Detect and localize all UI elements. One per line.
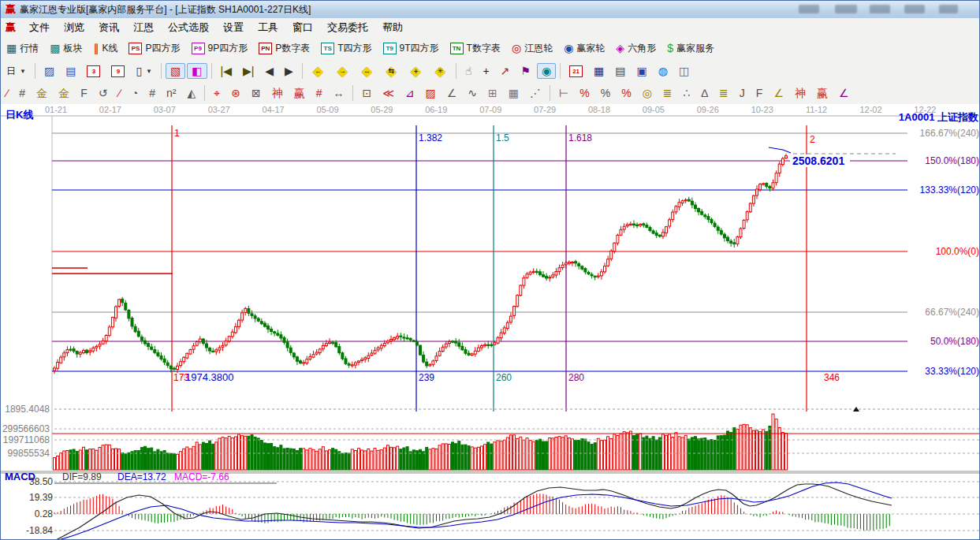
target-tool[interactable]: ⌖ xyxy=(209,85,225,101)
analysis-button[interactable]: ◉ xyxy=(537,63,556,79)
delta-wave-tool[interactable]: ∆ xyxy=(697,85,714,101)
measure-button[interactable]: ↗ xyxy=(496,63,515,79)
candle-style-dropdown[interactable]: ▯▼ xyxy=(131,63,157,79)
first-bar-button[interactable]: |◀ xyxy=(216,63,237,79)
notepad-button[interactable]: ▤ xyxy=(610,63,630,79)
menu-item-文件[interactable]: 文件 xyxy=(22,19,57,36)
gold-angle-tool[interactable]: ∠ xyxy=(769,85,788,101)
wave-tool[interactable]: ∿ xyxy=(463,85,482,101)
number-grid-tool[interactable]: # xyxy=(311,85,327,101)
web-button[interactable]: ◍ xyxy=(654,63,673,79)
quotes-button[interactable]: ▦行情 xyxy=(2,40,43,56)
menu-item-帮助[interactable]: 帮助 xyxy=(375,19,410,36)
shift-left-button[interactable]: ◆← xyxy=(307,63,330,79)
p-square-button[interactable]: PSP四方形 xyxy=(124,40,184,56)
period-day-dropdown[interactable]: 日▼ xyxy=(2,63,31,79)
last-bar-button[interactable]: ▶| xyxy=(238,63,259,79)
purple-angle-tool[interactable]: ∠ xyxy=(834,85,854,101)
fan-lines-tool[interactable]: ≪ xyxy=(378,85,399,101)
calendar-button[interactable]: 21 xyxy=(565,63,587,79)
gann-wheel-button[interactable]: ◎江恩轮 xyxy=(507,40,557,56)
t-square-button[interactable]: TST四方形 xyxy=(316,40,376,56)
menu-item-资讯[interactable]: 资讯 xyxy=(91,19,126,36)
scale-tool-icon: ⊢ xyxy=(559,88,568,99)
t-number-table-button[interactable]: TNT数字表 xyxy=(445,40,505,56)
frame-tool[interactable]: ⊡ xyxy=(357,85,376,101)
ink-tool[interactable]: ∴ xyxy=(679,85,695,101)
line-tool[interactable]: ∠ xyxy=(442,85,462,101)
cycle-clock-tool[interactable]: ◔ xyxy=(127,85,143,101)
shade-box-tool[interactable]: ▨ xyxy=(421,85,441,101)
distribution-button[interactable]: ◧ xyxy=(187,63,207,79)
kline-grid-button[interactable]: ▧ xyxy=(166,63,185,79)
menu-item-交易委托[interactable]: 交易委托 xyxy=(320,19,375,36)
zoom-all-button[interactable]: ◆✳ xyxy=(429,63,452,79)
gold-circle-tool[interactable]: ◎ xyxy=(638,85,657,101)
gold-gann-tool[interactable]: 金 xyxy=(32,85,52,101)
gold-lines-tool[interactable]: ≣ xyxy=(658,85,677,101)
print-button[interactable]: ◫ xyxy=(674,63,694,79)
save-button[interactable]: ▣ xyxy=(632,63,652,79)
scale-tool[interactable]: ⊢ xyxy=(554,85,573,101)
span-arrow-tool[interactable]: ↔ xyxy=(328,85,348,101)
title-bar[interactable]: 赢 赢家江恩专业版[赢家内部服务平台] - [上证指数 SH1A0001-227… xyxy=(1,1,979,19)
drag-hand-button[interactable]: ☝ xyxy=(460,63,477,79)
box-grid-tool[interactable]: ⊠ xyxy=(247,85,266,101)
menu-item-江恩[interactable]: 江恩 xyxy=(126,19,161,36)
9t-square-button[interactable]: T99T四方形 xyxy=(378,40,444,56)
parallel-lines-tool[interactable]: ⋰ xyxy=(525,85,546,101)
grid-plus-tool[interactable]: ⊞ xyxy=(483,85,502,101)
trend-pen-tool[interactable]: ∕ xyxy=(2,85,13,101)
tick-ruler-tool[interactable]: # xyxy=(144,85,160,101)
menu-item-设置[interactable]: 设置 xyxy=(216,19,251,36)
expand-x-button[interactable]: ◆↔ xyxy=(356,63,378,79)
pattern-view-button[interactable]: ▨ xyxy=(39,63,59,79)
ying-angle-tool[interactable]: 赢 xyxy=(812,85,833,101)
chart-area[interactable]: 01-2102-1703-0703-2704-1705-0905-2906-19… xyxy=(1,104,980,540)
ying-tool[interactable]: 赢 xyxy=(289,85,310,101)
shift-right-button[interactable]: ◆→ xyxy=(331,63,354,79)
kline-3col-button[interactable]: 3 xyxy=(82,63,105,79)
sectors-button[interactable]: ▩板块 xyxy=(45,40,87,56)
gann-grid-tool[interactable]: # xyxy=(14,85,30,101)
winner-service-button[interactable]: $赢家服务 xyxy=(662,40,719,56)
f-angle-tool[interactable]: F xyxy=(751,85,768,101)
calculator-button[interactable]: ▦ xyxy=(589,63,609,79)
winner-wheel-button[interactable]: ◉赢家轮 xyxy=(559,40,609,56)
app-window: { "window": {"logo":"赢", "title":"赢家江恩专业… xyxy=(0,0,980,540)
9p-square-button[interactable]: P99P四方形 xyxy=(187,40,253,56)
percent-tool[interactable]: % xyxy=(596,85,615,101)
next-bar-button[interactable]: ▶ xyxy=(280,63,298,79)
percent-red-tool[interactable]: % xyxy=(575,85,594,101)
j-angle-tool[interactable]: J xyxy=(735,85,750,101)
gold-gann2-tool[interactable]: 金 xyxy=(54,85,74,101)
red-pen-tool[interactable]: ∕ xyxy=(114,85,125,101)
kline-9col-button[interactable]: 9 xyxy=(106,63,129,79)
prev-bar-button[interactable]: ◀ xyxy=(260,63,278,79)
chart-canvas[interactable]: 01-2102-1703-0703-2704-1705-0905-2906-19… xyxy=(1,104,980,540)
p-number-table-button[interactable]: PNP数字表 xyxy=(254,40,315,56)
menu-item-浏览[interactable]: 浏览 xyxy=(57,19,91,36)
f-ruler-tool[interactable]: F xyxy=(76,85,92,101)
zoom-in-button[interactable]: ◆＋ xyxy=(404,63,427,79)
kline-button[interactable]: ∥K线 xyxy=(88,40,122,56)
n2-tool[interactable]: n² xyxy=(162,85,181,101)
angle-tool[interactable]: ◭ xyxy=(183,85,201,101)
crosshair-button[interactable]: + xyxy=(478,63,494,79)
star-grid-tool[interactable]: ⊛ xyxy=(226,85,245,101)
compress-x-button[interactable]: ◆⇆ xyxy=(380,63,403,79)
grid-dense-tool[interactable]: ▦ xyxy=(504,85,524,101)
shen-tool[interactable]: 神 xyxy=(267,85,288,101)
percent-line-tool[interactable]: % xyxy=(617,85,635,101)
menu-item-公式选股[interactable]: 公式选股 xyxy=(161,19,216,36)
spiral-tool[interactable]: ↺ xyxy=(94,85,113,101)
menu-item-窗口[interactable]: 窗口 xyxy=(285,19,320,36)
flag-note-button[interactable]: ⚑ xyxy=(516,63,535,79)
info-panel-button[interactable]: ▤ xyxy=(61,63,80,79)
wedge-tool[interactable]: ⊿ xyxy=(401,85,419,101)
menu-item-工具[interactable]: 工具 xyxy=(251,19,285,36)
9t-square-button-label: 9T四方形 xyxy=(400,42,439,55)
hexagon-button[interactable]: ◈六角形 xyxy=(611,40,661,56)
shen-angle-tool[interactable]: 神 xyxy=(790,85,810,101)
gold-lines2-tool[interactable]: ≣ xyxy=(714,85,733,101)
